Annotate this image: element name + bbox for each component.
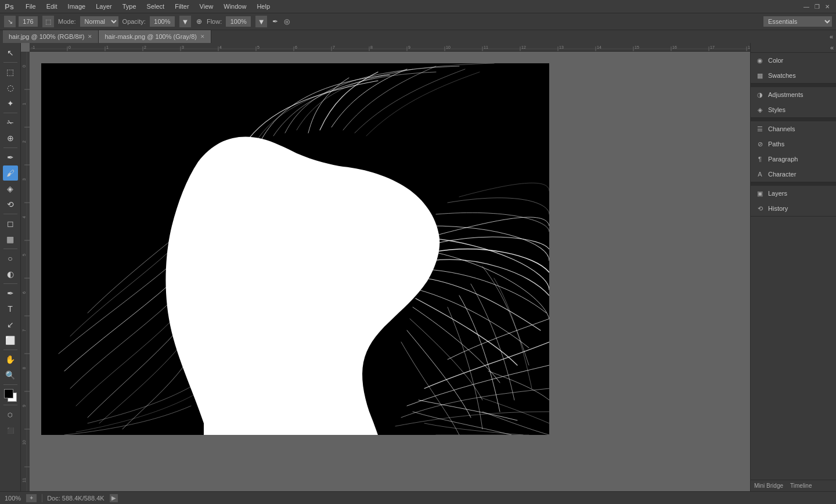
right-panel: « ◉ Color ▦ Swatches ◑ Adjustments ◈ Sty… <box>750 43 836 491</box>
mode-select[interactable]: Normal Multiply Screen <box>80 16 119 27</box>
menu-type[interactable]: Type <box>118 2 141 11</box>
eraser-tool[interactable]: ◻ <box>3 216 18 231</box>
svg-text:9: 9 <box>408 45 410 49</box>
color-swatch[interactable] <box>3 388 18 403</box>
screen-mode-button[interactable]: ⬛ <box>3 423 18 438</box>
styles-panel-row[interactable]: ◈ Styles <box>751 102 836 117</box>
svg-text:0: 0 <box>69 45 71 49</box>
svg-text:14: 14 <box>597 45 601 49</box>
swatches-label: Swatches <box>768 72 796 79</box>
zoom-tool[interactable]: 🔍 <box>3 368 18 383</box>
quick-select-tool[interactable]: ✦ <box>3 96 18 111</box>
menu-edit[interactable]: Edit <box>42 2 62 11</box>
title-bar: Ps File Edit Image Layer Type Select Fil… <box>0 0 836 13</box>
menu-filter[interactable]: Filter <box>170 2 193 11</box>
layers-panel-row[interactable]: ▣ Layers <box>751 186 836 201</box>
close-tab-mask[interactable]: ✕ <box>200 34 205 39</box>
character-panel-row[interactable]: A Character <box>751 167 836 182</box>
healing-tool[interactable]: ✒ <box>3 150 18 165</box>
close-button[interactable]: ✕ <box>823 2 831 10</box>
styles-label: Styles <box>768 106 785 113</box>
options-bar: ↘ ⬚ Mode: Normal Multiply Screen Opacity… <box>0 13 836 30</box>
type-tool[interactable]: T <box>3 301 18 316</box>
airbrush-icon[interactable]: ⊕ <box>195 16 203 27</box>
paths-panel-row[interactable]: ⊘ Paths <box>751 136 836 152</box>
pen-tool[interactable]: ✒ <box>3 286 18 301</box>
opacity-label: Opacity: <box>122 18 146 25</box>
shape-tool[interactable]: ⬜ <box>3 333 18 348</box>
flow-label: Flow: <box>207 18 222 25</box>
mini-bridge-tab[interactable]: Mini Bridge <box>751 483 787 489</box>
window-controls: — ❐ ✕ <box>802 2 831 10</box>
svg-text:1: 1 <box>106 45 109 49</box>
status-arrow-button[interactable]: ▶ <box>109 494 118 503</box>
channels-icon: ☰ <box>755 124 765 134</box>
svg-text:16: 16 <box>672 45 677 49</box>
flow-input[interactable] <box>225 16 251 27</box>
opacity-input[interactable] <box>149 16 175 27</box>
dodge-tool[interactable]: ◐ <box>3 267 18 282</box>
move-tool[interactable]: ↖ <box>3 45 18 60</box>
close-tab-hair[interactable]: ✕ <box>88 34 92 39</box>
brush-size-input[interactable] <box>18 16 38 27</box>
minimize-button[interactable]: — <box>802 2 810 10</box>
color-panel-row[interactable]: ◉ Color <box>751 53 836 68</box>
lasso-tool[interactable]: ◌ <box>3 80 18 95</box>
history-label: History <box>768 205 788 212</box>
maximize-button[interactable]: ❐ <box>813 2 821 10</box>
tab-hair-mask[interactable]: hair-mask.png @ 100% (Gray/8) ✕ <box>99 30 211 43</box>
path-select-tool[interactable]: ↙ <box>3 317 18 332</box>
svg-rect-41 <box>21 52 30 491</box>
history-brush-tool[interactable]: ⟲ <box>3 197 18 212</box>
svg-text:17: 17 <box>710 45 715 49</box>
tool-divider-5 <box>3 249 17 249</box>
timeline-tab[interactable]: Timeline <box>787 483 815 489</box>
menu-help[interactable]: Help <box>252 2 275 11</box>
menu-view[interactable]: View <box>195 2 218 11</box>
gradient-tool[interactable]: ▦ <box>3 232 18 247</box>
character-label: Character <box>768 171 796 178</box>
swatches-panel-row[interactable]: ▦ Swatches <box>751 68 836 83</box>
menu-select[interactable]: Select <box>142 2 170 11</box>
svg-text:11: 11 <box>484 45 488 49</box>
canvas-container[interactable]: -1 0 1 2 3 4 5 6 7 <box>21 43 750 491</box>
workspace-select[interactable]: Essentials Design Painting <box>763 16 833 27</box>
menu-image[interactable]: Image <box>63 2 91 11</box>
svg-text:10: 10 <box>446 45 451 49</box>
paragraph-panel-row[interactable]: ¶ Paragraph <box>751 152 836 167</box>
adjustments-panel-row[interactable]: ◑ Adjustments <box>751 87 836 102</box>
panel-collapse-arrow[interactable]: « <box>830 33 833 40</box>
menu-window[interactable]: Window <box>219 2 251 11</box>
crop-tool[interactable]: ✁ <box>3 115 18 130</box>
svg-rect-0 <box>30 43 750 52</box>
menu-layer[interactable]: Layer <box>91 2 117 11</box>
color-label: Color <box>768 57 783 64</box>
panel-bottom-tabs: Mini Bridge Timeline <box>751 480 836 491</box>
channels-panel-row[interactable]: ☰ Channels <box>751 121 836 136</box>
canvas-area[interactable] <box>30 52 750 491</box>
blur-tool[interactable]: ○ <box>3 251 18 266</box>
stamp-tool[interactable]: ◈ <box>3 181 18 196</box>
pen-pressure-icon[interactable]: ✒ <box>271 16 279 27</box>
flow-arrow[interactable]: ▼ <box>255 15 268 28</box>
brush-settings-button[interactable]: ⬚ <box>42 15 55 28</box>
panel-collapse-control[interactable]: « <box>751 43 836 53</box>
ps-logo: Ps <box>5 2 14 11</box>
adjustments-icon: ◑ <box>755 90 765 99</box>
menu-file[interactable]: File <box>21 2 41 11</box>
svg-text:6: 6 <box>22 291 26 294</box>
tool-divider-3 <box>3 147 17 148</box>
svg-text:0: 0 <box>22 65 26 67</box>
smoothing-icon[interactable]: ◎ <box>283 16 291 27</box>
quick-mask-button[interactable]: ⬡ <box>3 407 18 422</box>
opacity-arrow[interactable]: ▼ <box>179 15 192 28</box>
history-panel-row[interactable]: ⟲ History <box>751 201 836 216</box>
brush-preset-button[interactable]: ↘ <box>3 15 16 28</box>
hand-tool[interactable]: ✋ <box>3 352 18 367</box>
marquee-tool[interactable]: ⬚ <box>3 64 18 80</box>
svg-text:8: 8 <box>370 45 373 49</box>
brush-tool[interactable]: 🖌 <box>3 165 18 181</box>
tab-hair-jpg[interactable]: hair.jpg @ 100% (RGB/8#) ✕ <box>3 30 99 43</box>
eyedropper-tool[interactable]: ⊕ <box>3 131 18 146</box>
zoom-in-button[interactable]: + <box>26 494 37 503</box>
